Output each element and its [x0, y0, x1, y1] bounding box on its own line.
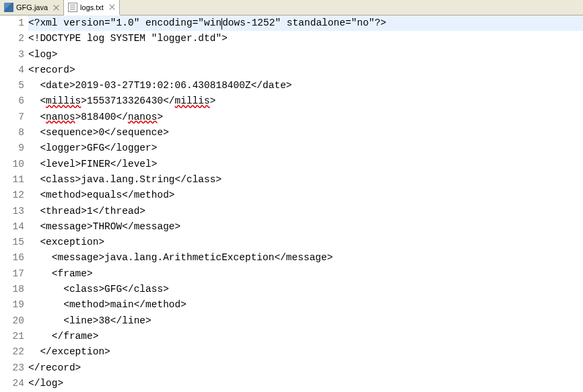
- line-number: 12: [0, 188, 24, 203]
- tab-label: GFG.java: [16, 3, 48, 11]
- line-number: 2: [0, 31, 24, 46]
- line-number: 16: [0, 250, 24, 266]
- line-number-gutter: 123456789101112131415161718192021222324: [0, 15, 28, 391]
- line-number: 20: [0, 313, 24, 329]
- line-number: 18: [0, 282, 24, 297]
- line-number: 6: [0, 93, 24, 109]
- code-line[interactable]: <!DOCTYPE log SYSTEM "logger.dtd">: [28, 31, 583, 46]
- code-line[interactable]: </frame>: [28, 329, 583, 344]
- line-number: 7: [0, 110, 24, 125]
- code-line[interactable]: <nanos>818400</nanos>: [28, 110, 583, 125]
- line-number: 24: [0, 376, 24, 391]
- line-number: 14: [0, 219, 24, 235]
- line-number: 21: [0, 329, 24, 344]
- tab-logs-txt[interactable]: logs.txt: [64, 0, 120, 15]
- editor[interactable]: 123456789101112131415161718192021222324 …: [0, 15, 583, 391]
- code-line[interactable]: </log>: [28, 376, 583, 391]
- code-line[interactable]: <log>: [28, 47, 583, 63]
- tab-bar: GFG.java logs.txt: [0, 0, 583, 15]
- code-line[interactable]: </record>: [28, 360, 583, 376]
- code-line[interactable]: <method>main</method>: [28, 297, 583, 313]
- close-icon[interactable]: [53, 5, 59, 11]
- code-line[interactable]: <date>2019-03-27T19:02:06.430818400Z</da…: [28, 78, 583, 93]
- line-number: 8: [0, 125, 24, 141]
- code-line[interactable]: <line>38</line>: [28, 313, 583, 329]
- line-number: 5: [0, 78, 24, 93]
- code-line[interactable]: <logger>GFG</logger>: [28, 141, 583, 156]
- text-cursor: [221, 18, 222, 30]
- code-line[interactable]: </exception>: [28, 344, 583, 360]
- line-number: 19: [0, 297, 24, 313]
- close-icon[interactable]: [109, 4, 115, 10]
- line-number: 4: [0, 63, 24, 78]
- code-line[interactable]: <message>java.lang.ArithmeticException</…: [28, 250, 583, 266]
- line-number: 13: [0, 204, 24, 219]
- code-line[interactable]: <class>java.lang.String</class>: [28, 172, 583, 188]
- code-line[interactable]: <method>equals</method>: [28, 188, 583, 203]
- line-number: 23: [0, 360, 24, 376]
- line-number: 9: [0, 141, 24, 156]
- code-line[interactable]: <thread>1</thread>: [28, 204, 583, 219]
- line-number: 3: [0, 47, 24, 63]
- code-line[interactable]: <message>THROW</message>: [28, 219, 583, 235]
- code-line[interactable]: <level>FINER</level>: [28, 157, 583, 172]
- line-number: 1: [0, 15, 24, 31]
- code-line[interactable]: <millis>1553713326430</millis>: [28, 93, 583, 109]
- java-file-icon: [4, 3, 13, 12]
- text-file-icon: [68, 3, 77, 12]
- tab-gfg-java[interactable]: GFG.java: [0, 0, 64, 15]
- code-line[interactable]: <sequence>0</sequence>: [28, 125, 583, 141]
- line-number: 10: [0, 157, 24, 172]
- tab-label: logs.txt: [80, 3, 104, 11]
- line-number: 11: [0, 172, 24, 188]
- code-line[interactable]: <record>: [28, 63, 583, 78]
- code-line[interactable]: <class>GFG</class>: [28, 282, 583, 297]
- line-number: 15: [0, 235, 24, 250]
- code-line[interactable]: <?xml version="1.0" encoding="windows-12…: [28, 15, 583, 31]
- line-number: 17: [0, 266, 24, 282]
- code-area[interactable]: <?xml version="1.0" encoding="windows-12…: [28, 15, 583, 391]
- code-line[interactable]: <exception>: [28, 235, 583, 250]
- line-number: 22: [0, 344, 24, 360]
- code-line[interactable]: <frame>: [28, 266, 583, 282]
